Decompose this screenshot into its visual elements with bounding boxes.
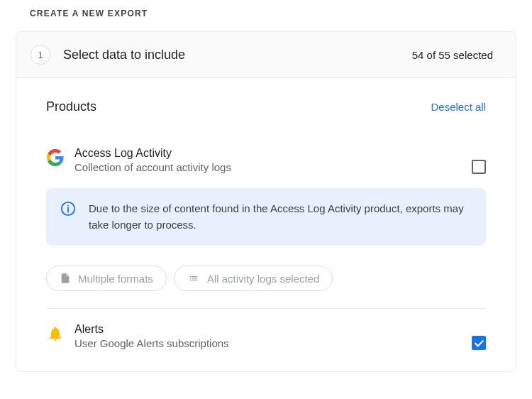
file-icon <box>60 272 71 285</box>
list-icon <box>187 273 200 283</box>
step-number-badge: 1 <box>31 45 50 65</box>
product-info: Access Log Activity Collection of accoun… <box>46 147 231 173</box>
content-chip[interactable]: All activity logs selected <box>174 266 333 291</box>
formats-chip[interactable]: Multiple formats <box>46 266 167 291</box>
page-heading: CREATE A NEW EXPORT <box>0 0 532 31</box>
step-card: 1 Select data to include 54 of 55 select… <box>16 31 516 372</box>
product-checkbox-alerts[interactable] <box>472 336 486 350</box>
section-body: Products Deselect all Access Log Activit… <box>16 78 516 371</box>
info-banner: Due to the size of content found in the … <box>46 188 486 246</box>
product-row-access-log: Access Log Activity Collection of accoun… <box>46 147 486 174</box>
deselect-all-button[interactable]: Deselect all <box>431 101 486 113</box>
bell-icon <box>46 324 65 343</box>
step-header: 1 Select data to include 54 of 55 select… <box>16 32 516 78</box>
step-header-left: 1 Select data to include <box>31 45 185 65</box>
product-name: Access Log Activity <box>74 147 231 160</box>
product-text: Access Log Activity Collection of accoun… <box>74 147 231 173</box>
google-g-icon <box>46 148 65 167</box>
chip-label: Multiple formats <box>78 273 153 285</box>
product-name: Alerts <box>74 323 229 336</box>
svg-point-2 <box>67 205 69 207</box>
product-description: Collection of account activity logs <box>74 161 231 173</box>
chip-label: All activity logs selected <box>207 273 319 285</box>
product-checkbox-access-log[interactable] <box>472 160 486 174</box>
chips-row: Multiple formats All activity logs selec… <box>46 266 486 291</box>
selection-count: 54 of 55 selected <box>412 49 493 61</box>
product-divider <box>46 308 486 309</box>
product-description: User Google Alerts subscriptions <box>74 337 229 349</box>
section-header: Products Deselect all <box>46 99 486 114</box>
info-banner-text: Due to the size of content found in the … <box>89 201 472 233</box>
product-text: Alerts User Google Alerts subscriptions <box>74 323 229 349</box>
product-info: Alerts User Google Alerts subscriptions <box>46 323 229 349</box>
product-row-alerts: Alerts User Google Alerts subscriptions <box>46 323 486 350</box>
step-title: Select data to include <box>63 48 185 62</box>
section-title: Products <box>46 99 96 114</box>
info-icon <box>60 201 76 219</box>
